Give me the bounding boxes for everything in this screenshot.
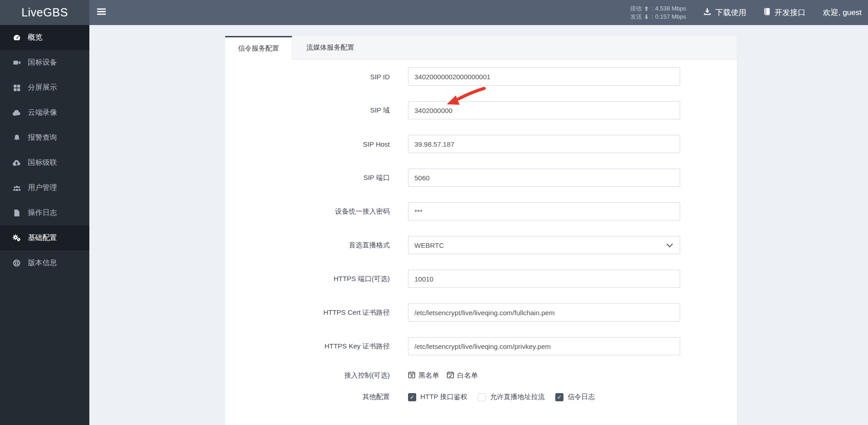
header-right-group: 接收 : 4.538 Mbps 发送 : 0.157 Mbps 下载使用 xyxy=(630,0,862,25)
form-control-wrap xyxy=(408,169,680,187)
form-row: 设备统一接入密码 xyxy=(225,202,737,220)
welcome-user-menu[interactable]: 欢迎, guest xyxy=(823,7,862,18)
life-ring-icon xyxy=(12,259,21,267)
receive-label: 接收 xyxy=(630,5,642,12)
top-header: LiveGBS 接收 : 4.538 Mbps 发送 : 0.157 Mbps xyxy=(0,0,868,25)
sidebar-item-basic-config[interactable]: 基础配置 xyxy=(0,225,89,251)
hamburger-icon xyxy=(97,8,106,17)
form-control-wrap xyxy=(408,101,680,119)
sidebar-item-alarm-query[interactable]: 报警查询 xyxy=(0,125,89,150)
dev-api-button[interactable]: 开发接口 xyxy=(764,7,806,18)
book-icon xyxy=(764,8,770,18)
sip-id-label: SIP ID xyxy=(225,73,390,81)
sidebar-item-label: 概览 xyxy=(28,33,42,42)
http-api-auth-checkbox[interactable]: ✓HTTP 接口鉴权 xyxy=(408,393,467,401)
form-row: 首选直播格式WEBRTC xyxy=(225,236,737,254)
network-stats: 接收 : 4.538 Mbps 发送 : 0.157 Mbps xyxy=(630,5,686,20)
sidebar-item-user-management[interactable]: 用户管理 xyxy=(0,175,89,200)
dashboard-icon xyxy=(12,34,21,41)
arrow-up-icon xyxy=(644,6,649,11)
form-control-wrap xyxy=(408,202,680,220)
sidebar-item-label: 版本信息 xyxy=(28,258,57,268)
sidebar-menu: 概览国标设备分屏展示云端录像报警查询国标级联用户管理操作日志基础配置版本信息 xyxy=(0,25,89,276)
blacklist-link[interactable]: 黑名单 xyxy=(408,371,439,380)
separator: : xyxy=(651,13,653,20)
hamburger-menu-button[interactable] xyxy=(97,0,106,25)
form-control-wrap: WEBRTC xyxy=(408,236,680,254)
main-content: 信令服务配置流媒体服务配置 SIP IDSIP 域SIP HostSIP 端口设… xyxy=(89,25,868,425)
config-tabs: 信令服务配置流媒体服务配置 xyxy=(225,36,737,60)
access-control-row: 接入控制(可选)黑名单白名单 xyxy=(225,371,737,380)
device-access-password-label: 设备统一接入密码 xyxy=(225,207,390,216)
preferred-live-format-select[interactable]: WEBRTC xyxy=(408,236,680,254)
sidebar-item-gb-devices[interactable]: 国标设备 xyxy=(0,50,89,75)
form-control-wrap xyxy=(408,303,680,322)
calendar-check-icon xyxy=(447,371,454,380)
preferred-live-format-label: 首选直播格式 xyxy=(225,241,390,250)
whitelist-label: 白名单 xyxy=(457,371,478,380)
sip-domain-label: SIP 域 xyxy=(225,106,390,115)
sidebar-item-label: 云端录像 xyxy=(28,108,57,118)
sidebar-item-split-screen[interactable]: 分屏展示 xyxy=(0,75,89,100)
sidebar-item-version-info[interactable]: 版本信息 xyxy=(0,251,89,276)
sidebar-item-label: 分屏展示 xyxy=(28,83,57,92)
form-control-wrap xyxy=(408,337,680,355)
download-usage-button[interactable]: 下载使用 xyxy=(703,7,746,18)
welcome-user-label: 欢迎, guest xyxy=(823,7,862,18)
allow-pull-live-label: 允许直播地址拉流 xyxy=(490,393,545,401)
http-api-auth-label: HTTP 接口鉴权 xyxy=(420,393,467,401)
app-logo[interactable]: LiveGBS xyxy=(0,0,89,25)
https-port-input[interactable] xyxy=(408,270,680,288)
whitelist-link[interactable]: 白名单 xyxy=(447,371,478,380)
tab-signal-config[interactable]: 信令服务配置 xyxy=(225,36,292,60)
other-config-row: 其他配置✓HTTP 接口鉴权允许直播地址拉流✓信令日志 xyxy=(225,393,737,401)
https-key-path-input[interactable] xyxy=(408,337,680,355)
device-access-password-input[interactable] xyxy=(408,202,680,220)
sidebar-item-label: 国标级联 xyxy=(28,158,57,168)
https-cert-path-label: HTTPS Cert 证书路径 xyxy=(225,308,390,317)
other-config-checks: ✓HTTP 接口鉴权允许直播地址拉流✓信令日志 xyxy=(408,393,680,401)
sip-domain-input[interactable] xyxy=(408,101,680,119)
tab-stream-config[interactable]: 流媒体服务配置 xyxy=(292,36,368,59)
form-row: SIP 端口 xyxy=(225,169,737,187)
cloud-icon xyxy=(12,109,21,117)
config-card: 信令服务配置流媒体服务配置 SIP IDSIP 域SIP HostSIP 端口设… xyxy=(225,36,737,425)
unchecked-checkbox-icon xyxy=(478,393,486,401)
https-key-path-label: HTTPS Key 证书路径 xyxy=(225,342,390,351)
video-camera-icon xyxy=(12,59,21,67)
sidebar-item-overview[interactable]: 概览 xyxy=(0,25,89,50)
allow-pull-live-checkbox[interactable]: 允许直播地址拉流 xyxy=(478,393,545,401)
sidebar-item-label: 操作日志 xyxy=(28,208,57,218)
https-port-label: HTTPS 端口(可选) xyxy=(225,275,390,283)
receive-rate: 接收 : 4.538 Mbps xyxy=(630,5,686,12)
send-value: 0.157 Mbps xyxy=(655,13,686,20)
users-icon xyxy=(12,184,21,192)
gears-icon xyxy=(12,234,21,242)
signal-log-checkbox[interactable]: ✓信令日志 xyxy=(555,393,595,401)
signal-log-label: 信令日志 xyxy=(568,393,595,401)
form-control-wrap xyxy=(408,67,680,86)
cloud-upload-icon xyxy=(12,159,21,167)
form-row: SIP ID xyxy=(225,67,737,86)
download-usage-label: 下载使用 xyxy=(715,7,746,18)
sidebar-item-gb-cascade[interactable]: 国标级联 xyxy=(0,150,89,175)
send-rate: 发送 : 0.157 Mbps xyxy=(630,13,686,20)
access-control-links: 黑名单白名单 xyxy=(408,371,680,380)
arrow-down-icon xyxy=(644,14,649,20)
file-icon xyxy=(12,209,21,217)
form-row: SIP 域 xyxy=(225,101,737,119)
sidebar-item-cloud-recording[interactable]: 云端录像 xyxy=(0,100,89,125)
form-row: HTTPS 端口(可选) xyxy=(225,270,737,288)
sidebar-item-label: 基础配置 xyxy=(28,233,57,243)
dev-api-label: 开发接口 xyxy=(775,7,806,18)
checked-checkbox-icon: ✓ xyxy=(408,393,416,401)
form-row: HTTPS Cert 证书路径 xyxy=(225,303,737,322)
sip-id-input[interactable] xyxy=(408,67,680,86)
sip-host-input[interactable] xyxy=(408,135,680,153)
sidebar-item-operation-log[interactable]: 操作日志 xyxy=(0,200,89,225)
https-cert-path-input[interactable] xyxy=(408,303,680,322)
access-control-label: 接入控制(可选) xyxy=(225,371,390,380)
bell-icon xyxy=(12,134,21,142)
sip-port-input[interactable] xyxy=(408,169,680,187)
sidebar-item-label: 国标设备 xyxy=(28,58,57,67)
